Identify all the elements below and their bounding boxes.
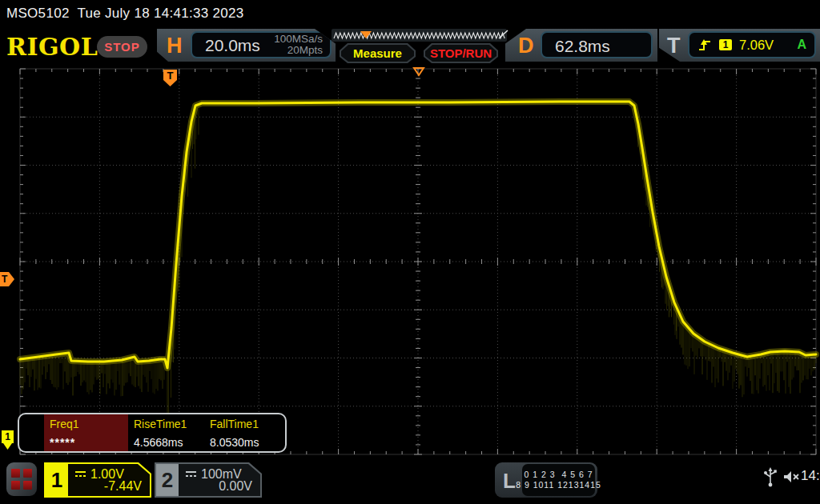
oscilloscope-screen: MSO5102 Tue July 18 14:41:33 2023 RIGOL … <box>0 0 820 504</box>
clock-time: 14:41 <box>801 468 820 484</box>
footer-bar: 1 1.00V -7.44V 2 <box>0 458 820 504</box>
logic-row-0-7: 0 1 2 3 4 5 6 7 <box>524 470 593 480</box>
model-and-datetime: MSO5102 Tue July 18 14:41:33 2023 <box>6 6 244 22</box>
measurement-label: Freq1 <box>50 418 123 430</box>
delay-label: D <box>518 35 534 57</box>
horizontal-inner-box: 20.0ms 100MSa/s 20Mpts <box>191 31 332 58</box>
delay-value: 62.8ms <box>555 37 610 56</box>
dc-coupling-icon <box>185 470 197 478</box>
logic-row-8-15: 8 9 1011 12131415 <box>516 480 601 490</box>
horizontal-label: H <box>167 35 183 57</box>
memory-depth: 20Mpts <box>274 45 323 56</box>
usb-icon <box>763 467 778 488</box>
menu-grid-icon <box>11 469 32 490</box>
measurement-label: FallTime1 <box>210 418 279 430</box>
measure-button-label: Measure <box>353 46 402 60</box>
channel1-widget[interactable]: 1 1.00V -7.44V <box>44 462 151 498</box>
header-bar: RIGOL STOP H 20.0ms 100MSa/s 20Mpts Meas… <box>0 26 820 64</box>
trigger-level-value: 7.06V <box>739 38 774 53</box>
graticule-and-trace <box>0 64 820 458</box>
channel2-number: 2 <box>156 464 179 496</box>
channel1-offset-arrow-icon <box>3 443 12 450</box>
title-bar: MSO5102 Tue July 18 14:41:33 2023 <box>0 0 820 26</box>
run-state-indicator[interactable]: STOP <box>97 36 147 58</box>
dc-coupling-icon <box>74 470 86 478</box>
trigger-label: T <box>667 35 681 57</box>
logic-channel-list: 0 1 2 3 4 5 6 7 8 9 1011 12131415 <box>522 464 595 496</box>
channel2-widget[interactable]: 2 100mV 0.00V <box>155 462 262 498</box>
channel2-offset: 0.00V <box>219 479 252 494</box>
trigger-source-badge: 1 <box>719 39 732 50</box>
timebase-value: 20.0ms <box>205 36 260 55</box>
trigger-widget[interactable]: T 1 7.06V A <box>659 29 820 62</box>
measure-button[interactable]: Measure <box>340 43 416 63</box>
measurement-value: 4.5668ms <box>134 436 199 449</box>
speaker-muted-icon <box>783 470 801 486</box>
overview-zigzag-icon <box>332 29 507 42</box>
measurement-freq1[interactable]: Freq1 ***** <box>44 414 128 451</box>
sample-rate: 100MSa/s <box>274 34 323 45</box>
measurement-value: ***** <box>50 436 123 449</box>
trigger-inner-box: 1 7.06V A <box>688 31 816 58</box>
menu-grid-button[interactable] <box>6 462 37 496</box>
waveform-overview-strip[interactable] <box>332 29 507 42</box>
sample-rate-and-depth: 100MSa/s 20Mpts <box>274 34 323 56</box>
horizontal-widget[interactable]: H 20.0ms 100MSa/s 20Mpts <box>157 29 336 62</box>
stoprun-button[interactable]: STOP/RUN <box>424 43 498 63</box>
delay-inner-box: 62.8ms <box>541 31 653 58</box>
delay-widget[interactable]: D 62.8ms <box>505 29 657 62</box>
logic-label: L <box>503 469 516 494</box>
slash-decoration-icon <box>497 29 510 40</box>
channel1-offset-label: 1 <box>2 430 14 443</box>
logic-channels-widget[interactable]: L 0 1 2 3 4 5 6 7 8 9 1011 12131415 <box>495 462 597 498</box>
measurement-label: RiseTime1 <box>134 418 199 430</box>
stoprun-button-label: STOP/RUN <box>430 46 492 60</box>
measurement-panel-spacer <box>19 414 44 451</box>
measurement-value: 8.0530ms <box>210 436 279 449</box>
rising-edge-icon <box>697 38 712 52</box>
waveform-display-area[interactable]: T T 1 Freq1 ***** RiseTime1 4.5668ms Fal… <box>0 64 820 458</box>
measurement-panel[interactable]: Freq1 ***** RiseTime1 4.5668ms FallTime1… <box>18 413 287 453</box>
trigger-mode-auto: A <box>797 38 806 52</box>
channel1-offset-marker[interactable]: 1 <box>2 430 14 450</box>
channel1-offset: -7.44V <box>104 479 142 494</box>
horizontal-center-marker-icon <box>412 67 425 77</box>
measurement-falltime1[interactable]: FallTime1 8.0530ms <box>204 414 284 451</box>
channel1-number: 1 <box>46 464 68 496</box>
measurement-risetime1[interactable]: RiseTime1 4.5668ms <box>128 414 204 451</box>
rigol-logo: RIGOL <box>6 33 98 61</box>
